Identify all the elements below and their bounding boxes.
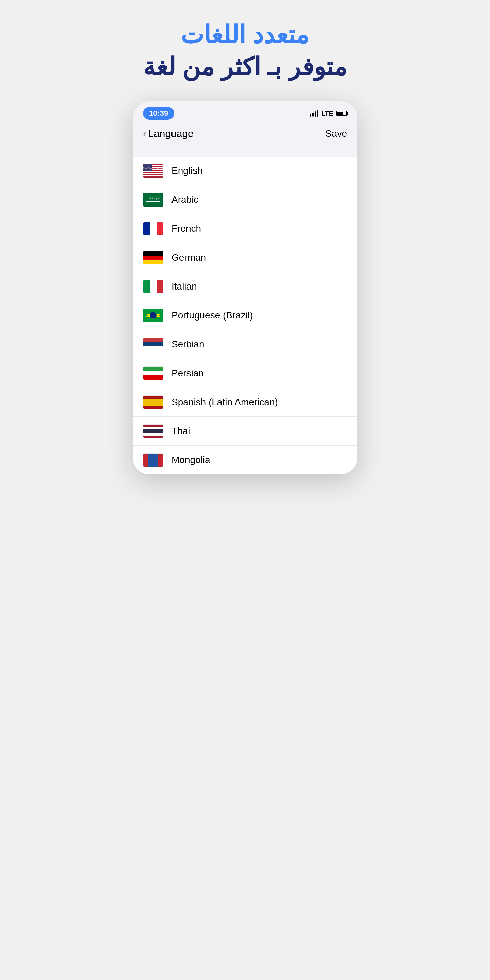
- language-item-french[interactable]: French: [133, 215, 357, 243]
- back-button[interactable]: ‹ Language: [143, 128, 194, 140]
- language-item-arabic[interactable]: لا إله إلا الله Arabic: [133, 185, 357, 215]
- header-section: متعدد اللغات متوفر بـ اكثر من لغة: [0, 21, 490, 81]
- language-item-german[interactable]: German: [133, 243, 357, 272]
- language-item-english[interactable]: ★★★★★★★★★★★★★★★★★★★★★★★★★★★★★★★★★★★★★★★★…: [133, 156, 357, 185]
- language-name: French: [172, 223, 201, 234]
- phone-mockup: 10:39 LTE ‹ Language Save: [133, 102, 357, 474]
- language-item-spanish[interactable]: Spanish (Latin American): [133, 388, 357, 417]
- battery-icon: [336, 111, 347, 116]
- language-name: German: [172, 252, 206, 263]
- title-main: متعدد اللغات: [34, 21, 456, 49]
- language-item-thai[interactable]: Thai: [133, 417, 357, 446]
- language-item-italian[interactable]: Italian: [133, 272, 357, 301]
- language-name: Arabic: [172, 194, 198, 205]
- flag-ir: [143, 366, 163, 380]
- status-icons: LTE: [310, 110, 347, 118]
- language-item-persian[interactable]: Persian: [133, 359, 357, 388]
- language-name: Serbian: [172, 339, 205, 350]
- language-name: Mongolia: [172, 455, 210, 466]
- language-name: Persian: [172, 368, 204, 379]
- flag-fr: [143, 222, 163, 235]
- language-name: Italian: [172, 281, 197, 292]
- language-name: Portuguese (Brazil): [172, 310, 253, 321]
- flag-es: [143, 395, 163, 409]
- title-sub: متوفر بـ اكثر من لغة: [34, 52, 456, 81]
- flag-br: [143, 309, 163, 322]
- flag-th: [143, 424, 163, 438]
- language-item-mongolia[interactable]: Mongolia: [133, 446, 357, 474]
- flag-sa: لا إله إلا الله: [143, 193, 163, 207]
- lte-label: LTE: [321, 110, 334, 118]
- language-name: Spanish (Latin American): [172, 397, 278, 408]
- language-name: Thai: [172, 426, 190, 437]
- save-button[interactable]: Save: [325, 128, 347, 139]
- flag-mn: [143, 453, 163, 467]
- flag-de: [143, 251, 163, 264]
- language-item-portuguese[interactable]: Portuguese (Brazil): [133, 301, 357, 330]
- chevron-left-icon: ‹: [143, 128, 146, 139]
- status-time: 10:39: [143, 107, 174, 120]
- language-name: English: [172, 165, 203, 176]
- flag-us: ★★★★★★★★★★★★★★★★★★★★★★★★★★★★★★★★★★★★★★★★…: [143, 164, 163, 178]
- spacer: [133, 146, 357, 156]
- language-item-serbian[interactable]: Serbian: [133, 330, 357, 359]
- signal-icon: [310, 110, 318, 117]
- nav-bar: ‹ Language Save: [133, 123, 357, 146]
- flag-it: [143, 280, 163, 293]
- nav-title: Language: [148, 128, 193, 140]
- status-bar: 10:39 LTE: [133, 102, 357, 123]
- language-list: ★★★★★★★★★★★★★★★★★★★★★★★★★★★★★★★★★★★★★★★★…: [133, 156, 357, 474]
- flag-rs: [143, 337, 163, 351]
